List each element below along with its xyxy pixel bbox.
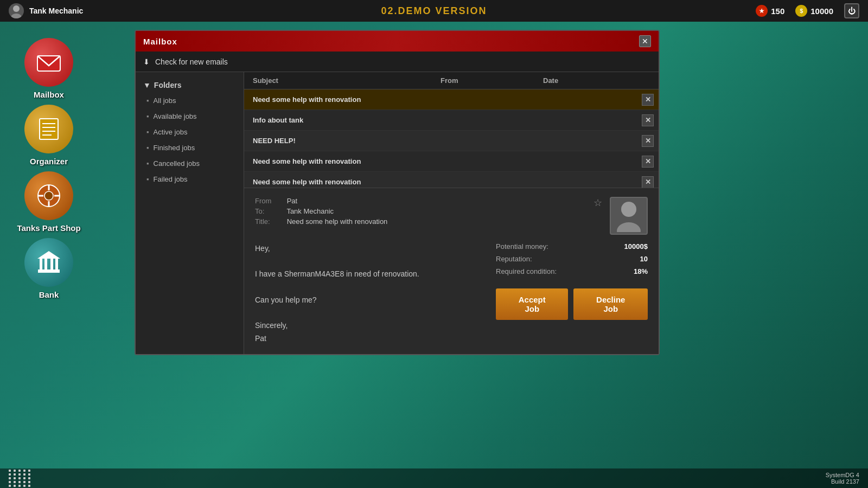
email-delete[interactable]	[637, 156, 659, 168]
sidebar-item-organizer[interactable]: Organizer	[24, 105, 73, 166]
email-delete[interactable]	[637, 176, 659, 188]
folder-available-jobs[interactable]: ▪ Available jobs	[136, 108, 244, 124]
delete-button[interactable]	[642, 156, 654, 168]
folders-title: Folders	[154, 81, 182, 89]
svg-point-9	[44, 191, 53, 200]
check-emails-label: Check for new emails	[155, 57, 228, 66]
svg-point-1	[11, 14, 22, 18]
email-row[interactable]: Need some help with renovation	[244, 172, 659, 187]
money-stat: $ 10000	[795, 5, 833, 17]
modal-titlebar: Mailbox ✕	[136, 31, 659, 52]
email-subject: Need some help with renovation	[244, 178, 432, 186]
mailbox-modal: Mailbox ✕ ⬇ Check for new emails ▼ Folde…	[135, 30, 660, 355]
email-row[interactable]: Need some help with renovation	[244, 89, 659, 110]
email-subject: NEED HELP!	[244, 137, 432, 145]
email-subject: Info about tank	[244, 116, 432, 124]
svg-rect-17	[50, 259, 53, 269]
accept-job-button[interactable]: Accept Job	[496, 288, 568, 320]
topbar-right: ★ 150 $ 10000 ⏻	[756, 3, 859, 18]
to-label: To:	[255, 207, 285, 215]
money-icon: $	[795, 5, 807, 17]
email-subject: Need some help with renovation	[244, 157, 432, 165]
col-header-from: From	[432, 76, 534, 85]
bank-icon	[24, 238, 73, 287]
email-row[interactable]: Info about tank	[244, 110, 659, 131]
reputation-stat: ★ 150	[756, 5, 784, 17]
folder-failed-jobs[interactable]: ▪ Failed jobs	[136, 171, 244, 187]
modal-body: ▼ Folders ▪ All jobs ▪ Available jobs ▪ …	[136, 72, 659, 354]
email-detail: From Pat To: Tank Mechanic Title: Need s…	[244, 188, 659, 354]
sidebar-label-bank: Bank	[39, 290, 59, 299]
player-name: Tank Mechanic	[29, 7, 83, 15]
email-delete[interactable]	[637, 94, 659, 106]
email-to-line: To: Tank Mechanic	[255, 207, 387, 215]
email-row[interactable]: NEED HELP!	[244, 131, 659, 151]
svg-rect-18	[55, 259, 58, 269]
folder-icon: ▪	[146, 159, 149, 168]
reputation-value: 150	[771, 7, 784, 16]
email-row[interactable]: Need some help with renovation	[244, 151, 659, 172]
reputation-icon: ★	[756, 5, 768, 17]
folder-all-jobs[interactable]: ▪ All jobs	[136, 93, 244, 108]
email-from-line: From Pat	[255, 197, 387, 205]
sidebar-item-tanks-part-shop[interactable]: Tanks Part Shop	[17, 171, 80, 233]
folder-label-active-jobs: Active jobs	[154, 128, 188, 136]
email-title-line: Title: Need some help with renovation	[255, 217, 387, 226]
email-job-info: Potential money: 10000$ Reputation: 10 R…	[496, 242, 648, 345]
email-delete[interactable]	[637, 114, 659, 126]
col-header-date: Date	[534, 76, 637, 85]
folders-chevron-icon: ▼	[143, 81, 151, 89]
body-name: Pat	[255, 332, 485, 345]
sidebar-label-tanks-part-shop: Tanks Part Shop	[17, 223, 80, 233]
folder-label-failed-jobs: Failed jobs	[154, 175, 188, 183]
avatar	[9, 3, 24, 18]
email-body-text: Hey, I have a ShermanM4A3E8 in need of r…	[255, 242, 485, 345]
mailbox-icon	[24, 38, 73, 87]
sender-avatar	[610, 197, 648, 235]
potential-money-value: 10000$	[624, 242, 648, 251]
sidebar-item-bank[interactable]: Bank	[24, 238, 73, 299]
sidebar: Mailbox Organizer Tanks Part Shop	[0, 22, 98, 488]
job-potential-money-row: Potential money: 10000$	[496, 242, 648, 251]
job-reputation-row: Reputation: 10	[496, 255, 648, 263]
topbar: Tank Mechanic 02.DEMO VERSION ★ 150 $ 10…	[0, 0, 868, 22]
from-label: From	[255, 197, 285, 205]
money-value: 10000	[810, 7, 833, 16]
folder-label-finished-jobs: Finished jobs	[154, 144, 195, 152]
star-button[interactable]: ☆	[593, 197, 602, 209]
sidebar-item-mailbox[interactable]: Mailbox	[24, 38, 73, 99]
power-button[interactable]: ⏻	[844, 3, 859, 18]
svg-rect-14	[38, 269, 60, 273]
job-required-condition-row: Required condition: 18%	[496, 267, 648, 275]
delete-button[interactable]	[642, 94, 654, 106]
delete-button[interactable]	[642, 114, 654, 126]
folder-icon: ▪	[146, 97, 149, 105]
folder-active-jobs[interactable]: ▪ Active jobs	[136, 124, 244, 140]
bottombar: SystemDG 4 Build 2137	[0, 468, 868, 488]
modal-title: Mailbox	[143, 37, 177, 46]
title-label: Title:	[255, 217, 285, 226]
emails-list-header: Subject From Date	[244, 72, 659, 89]
svg-point-20	[621, 202, 636, 217]
delete-button[interactable]	[642, 176, 654, 188]
email-actions: Accept Job Decline Job	[496, 288, 648, 320]
to-value: Tank Mechanic	[286, 207, 334, 215]
decline-job-button[interactable]: Decline Job	[573, 288, 648, 320]
topbar-title: 02.DEMO VERSION	[381, 5, 487, 17]
folder-finished-jobs[interactable]: ▪ Finished jobs	[136, 140, 244, 156]
email-body-area: Hey, I have a ShermanM4A3E8 in need of r…	[255, 242, 648, 345]
sys-info: SystemDG 4 Build 2137	[826, 472, 859, 485]
folder-icon: ▪	[146, 144, 149, 152]
delete-button[interactable]	[642, 135, 654, 147]
title-value: Need some help with renovation	[287, 217, 388, 226]
folder-cancelled-jobs[interactable]: ▪ Cancelled jobs	[136, 156, 244, 171]
folder-icon: ▪	[146, 112, 149, 120]
reputation-label: Reputation:	[496, 255, 532, 263]
check-emails-bar[interactable]: ⬇ Check for new emails	[136, 52, 659, 72]
svg-point-21	[617, 222, 641, 232]
svg-point-0	[13, 5, 20, 12]
email-delete[interactable]	[637, 135, 659, 147]
folder-label-available-jobs: Available jobs	[154, 112, 197, 120]
tanks-part-shop-icon	[24, 171, 73, 220]
modal-close-button[interactable]: ✕	[639, 35, 651, 47]
